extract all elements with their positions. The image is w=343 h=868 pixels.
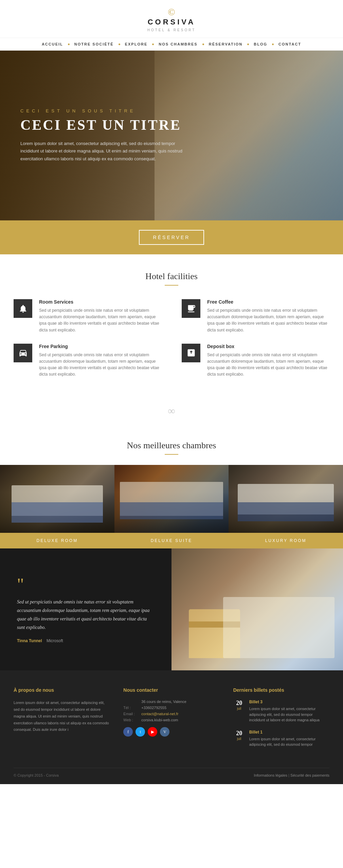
footer-email-label: Email :	[123, 712, 139, 716]
social-icons: f t ▶ V	[123, 727, 219, 737]
rooms-underline	[165, 454, 178, 455]
footer-about-text: Lorem ipsum dolor sit amet, consectetur …	[14, 700, 110, 733]
section-underline	[165, 285, 178, 286]
nav-notre-societe[interactable]: NOTRE SOCIÉTÉ	[70, 42, 119, 46]
footer-address-label	[123, 700, 139, 704]
blog-post-1: 20 juil Billet 3 Lorem ipsum dolor sit a…	[233, 700, 329, 723]
room-suite-label: DELUXE SUITE	[114, 533, 229, 548]
facility-room-services-title: Room Services	[39, 299, 161, 305]
footer-web-line: Web : corsiva.kiubi-web.com	[123, 718, 219, 722]
room-luxury[interactable]: LUXURY ROOM	[229, 465, 343, 548]
logo-name: CORSIVA	[148, 18, 196, 26]
footer-contact-title: Nous contacter	[123, 687, 219, 693]
footer-security-link[interactable]: Sécurité des paiements	[290, 773, 329, 777]
hero-title: CECI EST UN TITRE	[20, 117, 183, 133]
footer-email-value: contact@natural-net.fr	[141, 712, 178, 716]
footer-address-value: 36 cours de reims, Valence	[141, 700, 186, 704]
room-suite[interactable]: DELUXE SUITE	[114, 465, 229, 548]
facilities-section: Hotel facilities Room Services Sed ut pe…	[0, 254, 343, 395]
reserve-button[interactable]: RÉSERVER	[139, 230, 204, 245]
room-deluxe-image	[0, 465, 114, 533]
testimonial-quote: Sed ut perspiciatis unde omnis iste natu…	[17, 598, 155, 632]
nav-reservation[interactable]: RÉSERVATION	[204, 42, 248, 46]
footer-email-line: Email : contact@natural-net.fr	[123, 712, 219, 716]
hero-description: Lorem ipsum dolor sit amet, consectetur …	[20, 140, 183, 162]
site-footer: À propos de nous Lorem ipsum dolor sit a…	[0, 670, 343, 784]
room-suite-image	[114, 465, 229, 533]
footer-grid: À propos de nous Lorem ipsum dolor sit a…	[14, 687, 329, 754]
quote-mark-icon: "	[17, 576, 155, 593]
testimonial-image	[172, 548, 343, 671]
nav-nos-chambres[interactable]: NOS CHAMBRES	[154, 42, 202, 46]
cta-section: RÉSERVER	[0, 220, 343, 254]
blog-post-2-day: 20	[233, 730, 245, 737]
footer-about-title: À propos de nous	[14, 687, 110, 693]
facility-deposit-box: Deposit box Sed ut perspiciatis unde omn…	[182, 344, 329, 378]
facilities-grid: Room Services Sed ut perspiciatis unde o…	[14, 299, 329, 378]
blog-post-2-date: 20 juil	[233, 730, 245, 741]
nav-accueil[interactable]: ACCUEIL	[37, 42, 68, 46]
rooms-title: Nos meilleures chambres	[0, 440, 343, 451]
blog-post-1-text: Lorem ipsum dolor sit amet, consectetur …	[249, 706, 329, 723]
blog-post-1-title[interactable]: Billet 3	[249, 700, 329, 704]
car-icon	[18, 348, 28, 358]
nav-explore[interactable]: EXPLORE	[120, 42, 152, 46]
blog-post-1-day: 20	[233, 700, 245, 707]
footer-blog: Derniers billets postés 20 juil Billet 3…	[233, 687, 329, 754]
footer-legal-links: Informations légales | Sécurité des paie…	[254, 773, 329, 777]
facility-free-parking-title: Free Parking	[39, 344, 161, 349]
facebook-icon[interactable]: f	[123, 727, 133, 737]
hero-subtitle: CECI EST UN SOUS TITRE	[20, 108, 183, 113]
youtube-icon[interactable]: ▶	[148, 727, 157, 737]
nav-blog[interactable]: BLOG	[249, 42, 272, 46]
facility-deposit-box-desc: Sed ut perspiciatis unde omnis iste natu…	[207, 352, 329, 378]
facilities-title: Hotel facilities	[14, 271, 329, 282]
bell-icon	[18, 304, 28, 313]
hero-section: CECI EST UN SOUS TITRE CECI EST UN TITRE…	[0, 51, 343, 220]
footer-tel-line: Tél : +33602792555	[123, 706, 219, 710]
logo-sub: HOTEL & RESORT	[147, 28, 196, 32]
blog-post-2: 20 juil Billet 1 Lorem ipsum dolor sit a…	[233, 730, 329, 747]
blog-post-1-month: juil	[233, 707, 245, 710]
room-deluxe[interactable]: DELUXE ROOM	[0, 465, 114, 548]
blog-post-1-date: 20 juil	[233, 700, 245, 710]
footer-web-label: Web :	[123, 718, 139, 722]
testimonial-left: " Sed ut perspiciatis unde omnis iste na…	[0, 548, 172, 671]
rooms-grid: DELUXE ROOM DELUXE SUITE LUXURY ROOM	[0, 465, 343, 548]
room-luxury-label: LUXURY ROOM	[229, 533, 343, 548]
blog-post-2-title[interactable]: Billet 1	[249, 730, 329, 735]
main-nav: ACCUEIL NOTRE SOCIÉTÉ EXPLORE NOS CHAMBR…	[0, 38, 343, 51]
footer-legal-link[interactable]: Informations légales	[254, 773, 287, 777]
facility-free-coffee-desc: Sed ut perspiciatis unde omnis iste natu…	[207, 307, 329, 333]
footer-address-line: 36 cours de reims, Valence	[123, 700, 219, 704]
facility-deposit-box-title: Deposit box	[207, 344, 329, 349]
facility-room-services: Room Services Sed ut perspiciatis unde o…	[14, 299, 161, 333]
footer-email-link[interactable]: contact@natural-net.fr	[141, 712, 178, 716]
vk-icon[interactable]: V	[160, 727, 169, 737]
footer-about: À propos de nous Lorem ipsum dolor sit a…	[14, 687, 110, 754]
room-luxury-image	[229, 465, 343, 533]
facility-free-parking-desc: Sed ut perspiciatis unde omnis iste natu…	[39, 352, 161, 378]
box-icon	[186, 348, 196, 358]
facility-free-parking: Free Parking Sed ut perspiciatis unde om…	[14, 344, 161, 378]
nav-contact[interactable]: CONTACT	[274, 42, 306, 46]
car-icon-container	[14, 344, 32, 362]
testimonial-author-company: Microsoft	[47, 638, 63, 643]
facility-room-services-desc: Sed ut perspiciatis unde omnis iste natu…	[39, 307, 161, 333]
facility-free-coffee: Free Coffee Sed ut perspiciatis unde omn…	[182, 299, 329, 333]
blog-post-2-month: juil	[233, 737, 245, 741]
footer-web-value: corsiva.kiubi-web.com	[141, 718, 178, 722]
footer-tel-value: +33602792555	[141, 706, 166, 710]
footer-blog-title: Derniers billets postés	[233, 687, 329, 693]
rooms-section: Nos meilleures chambres DELUXE ROOM DELU…	[0, 427, 343, 548]
footer-tel-label: Tél :	[123, 706, 139, 710]
testimonial-section: " Sed ut perspiciatis unde omnis iste na…	[0, 548, 343, 671]
twitter-icon[interactable]: t	[136, 727, 145, 737]
logo-icon: ©	[0, 7, 343, 18]
facility-free-coffee-title: Free Coffee	[207, 299, 329, 305]
infinity-icon: ∞	[168, 405, 175, 416]
box-icon-container	[182, 344, 200, 362]
site-header: © CORSIVA HOTEL & RESORT ACCUEIL NOTRE S…	[0, 0, 343, 51]
bell-icon-container	[14, 299, 32, 318]
testimonial-author-name: Tinna Tunnel	[17, 638, 42, 643]
